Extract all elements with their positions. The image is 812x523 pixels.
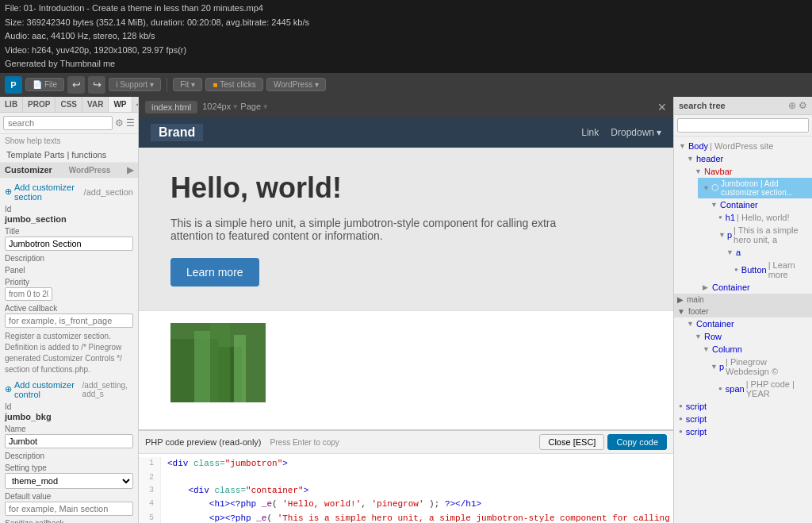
tree-item-column[interactable]: ▼ Column: [698, 343, 812, 356]
tree-item-span[interactable]: ● span | PHP code | YEAR: [714, 378, 812, 400]
right-panel-icon1[interactable]: ⊕: [788, 100, 796, 111]
section-priority-input[interactable]: [5, 287, 52, 301]
section-desc-text: Register a customizer section. Definitio…: [5, 331, 133, 375]
wp-navbar: Brand Link Dropdown ▾: [139, 117, 673, 148]
preview-toolbar: index.html 1024px ▾ Page ▾ ✕: [139, 97, 673, 117]
section-title-field: Title: [5, 227, 133, 251]
show-help-texts[interactable]: Show help texts: [0, 134, 138, 148]
right-panel: search tree ⊕ ⚙ ▼ Body | WordPress site …: [673, 97, 812, 523]
tree-item-jumbotron[interactable]: ▼ ⬡ Jumbotron | Add customizer section..…: [698, 178, 812, 198]
tab-var[interactable]: VAR: [82, 97, 109, 112]
jumbotron-text: This is a simple hero unit, a simple jum…: [170, 217, 567, 242]
php-copy-btn[interactable]: Copy code: [607, 434, 667, 450]
image-placeholder: [170, 323, 266, 402]
left-panel: LIB PROP CSS VAR WP ◀ ⚙ ☰ Show help text…: [0, 97, 139, 523]
control-desc-field: Description: [5, 452, 133, 460]
php-preview: PHP code preview (read-only) Press Enter…: [139, 429, 673, 523]
file-label: File: [44, 80, 57, 89]
wp-image-area: [139, 311, 673, 414]
preview-tab-index[interactable]: index.html: [145, 101, 197, 113]
tree-item-button[interactable]: ● Button | Learn more: [730, 259, 812, 281]
search-input[interactable]: [3, 116, 113, 130]
tree-item-p1[interactable]: ▼ p | This is a simple hero unit, a: [714, 224, 812, 246]
tree-section-footer[interactable]: ▼ footer: [674, 306, 812, 317]
settings-icon[interactable]: ⚙: [115, 117, 124, 129]
section-active-input[interactable]: [5, 313, 133, 328]
learn-more-btn[interactable]: Learn more: [170, 258, 259, 286]
test-clicks-btn[interactable]: ■ Test clicks: [205, 78, 263, 91]
customizer-header: Customizer WordPress ▶: [0, 163, 138, 178]
test-clicks-label: Test clicks: [220, 80, 256, 89]
section-title-input[interactable]: [5, 237, 133, 251]
section-desc-field: Description: [5, 254, 133, 263]
tree-item-a[interactable]: ▼ a: [722, 246, 812, 259]
breadcrumb: 1024px ▾ Page ▾: [202, 102, 268, 112]
php-close-btn[interactable]: Close [ESC]: [539, 434, 604, 450]
tree-item-script2[interactable]: ● script: [674, 413, 812, 425]
main-toolbar: P 📄 File ↩ ↪ i Support ▾ Fit ▾ ■ Test cl…: [0, 73, 812, 97]
control-name-field: Name: [5, 425, 133, 448]
filter-icon[interactable]: ☰: [126, 117, 135, 129]
right-panel-title: search tree: [679, 101, 726, 110]
tree-item-body[interactable]: ▼ Body | WordPress site: [674, 140, 812, 152]
redo-btn[interactable]: ↪: [88, 76, 105, 94]
left-panel-search-area: ⚙ ☰: [0, 113, 138, 134]
tree-item-script1[interactable]: ● script: [674, 400, 812, 413]
right-panel-search-input[interactable]: [677, 118, 809, 133]
nav-link-item[interactable]: Link: [581, 127, 599, 138]
undo-btn[interactable]: ↩: [67, 76, 85, 94]
code-line-4: 4 <h1><?php _e( 'Hello, world!', 'pinegr…: [139, 498, 673, 512]
template-parts-item[interactable]: Template Parts | functions: [0, 148, 138, 163]
tree-item-p2[interactable]: ▼ p | Pinegrow Webdesign ©: [706, 356, 812, 378]
tab-wp[interactable]: WP: [109, 97, 132, 112]
tree-item-row[interactable]: ▼ Row: [690, 330, 812, 343]
tree-item-navbar[interactable]: ▼ Navbar: [690, 165, 812, 178]
section-active-field: Active callback: [5, 304, 133, 328]
main-layout: LIB PROP CSS VAR WP ◀ ⚙ ☰ Show help text…: [0, 97, 812, 523]
tree-section-main[interactable]: ▶ main: [674, 294, 812, 306]
tree-item-container3[interactable]: ▼ Container: [682, 317, 812, 330]
control-setting-select[interactable]: theme_mod option: [5, 473, 133, 489]
file-menu-btn[interactable]: 📄 File: [25, 78, 64, 91]
wp-jumbotron: Hello, world! This is a simple hero unit…: [139, 148, 673, 311]
tree-item-container2[interactable]: ▶ Container: [698, 281, 812, 294]
tab-css[interactable]: CSS: [56, 97, 82, 112]
right-panel-icon2[interactable]: ⚙: [799, 100, 807, 111]
tab-prop[interactable]: PROP: [23, 97, 56, 112]
tree-item-script3[interactable]: ● script: [674, 425, 812, 438]
customizer-section: ⊕ Add customizer section /add_section Id…: [0, 178, 138, 523]
fit-btn[interactable]: Fit ▾: [173, 78, 202, 91]
wp-brand[interactable]: Brand: [151, 124, 203, 141]
add-control-header[interactable]: ⊕ Add customizer control /add_setting, a…: [5, 380, 133, 399]
control-default-input[interactable]: [5, 502, 133, 516]
wordpress-btn[interactable]: WordPress ▾: [266, 78, 326, 91]
php-preview-header: PHP code preview (read-only) Press Enter…: [139, 431, 673, 454]
support-btn[interactable]: i Support ▾: [109, 78, 161, 91]
code-line-3: 3 <div class="container">: [139, 484, 673, 498]
file-info-bar: File: 01- Introduction - Create a theme …: [0, 0, 812, 73]
right-panel-header: search tree ⊕ ⚙: [674, 97, 812, 115]
tab-lib[interactable]: LIB: [0, 97, 23, 112]
app-icon[interactable]: P: [5, 76, 22, 94]
add-section-header[interactable]: ⊕ Add customizer section /add_section: [5, 183, 133, 202]
svg-rect-5: [210, 323, 230, 402]
code-line-2: 2: [139, 471, 673, 484]
file-info-line3: Audio: aac, 44100 Hz, stereo, 128 kb/s: [5, 29, 807, 44]
section-panel-field: Panel: [5, 266, 133, 275]
nav-dropdown-item[interactable]: Dropdown ▾: [611, 127, 661, 138]
tree-item-header[interactable]: ▼ header: [682, 152, 812, 165]
file-info-line1: File: 01- Introduction - Create a theme …: [5, 2, 807, 16]
wordpress-label: WordPress: [274, 80, 312, 89]
control-name-input[interactable]: [5, 434, 133, 448]
panel-collapse-btn[interactable]: ◀: [132, 97, 140, 112]
customizer-title: Customizer: [5, 165, 52, 175]
section-priority-field: Priority: [5, 278, 133, 301]
control-default-field: Default value: [5, 492, 133, 516]
section-id-field: Id jumbo_section: [5, 205, 133, 224]
preview-close-btn[interactable]: ✕: [657, 101, 667, 113]
tree-item-container[interactable]: ▼ Container: [706, 198, 812, 211]
tree-item-h1[interactable]: ● h1 | Hello, world!: [714, 211, 812, 224]
wp-preview: Brand Link Dropdown ▾ Hello, world! T: [139, 117, 673, 429]
code-line-5: 5 <p><?php _e( 'This is a simple hero un…: [139, 512, 673, 523]
customizer-collapse-btn[interactable]: ▶: [127, 165, 133, 175]
